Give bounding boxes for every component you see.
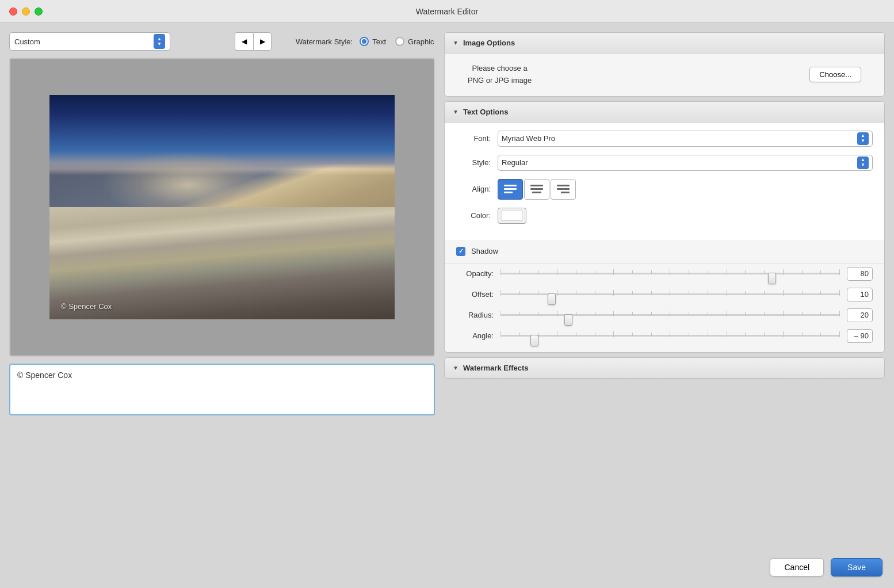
opacity-label: Opacity: bbox=[456, 269, 494, 278]
radius-row: Radius: 20 bbox=[445, 305, 884, 326]
font-row: Font: Myriad Web Pro ▲ ▼ bbox=[456, 131, 873, 147]
text-options-title: Text Options bbox=[463, 108, 508, 116]
watermark-style-group: Text Graphic bbox=[360, 37, 434, 46]
watermark-text-overlay: © Spencer Cox bbox=[61, 302, 112, 311]
close-button[interactable] bbox=[9, 7, 17, 16]
align-row: Align: bbox=[456, 179, 873, 200]
effects-triangle-icon: ▼ bbox=[453, 365, 459, 371]
titlebar: Watermark Editor bbox=[0, 0, 894, 23]
radius-track bbox=[501, 314, 840, 316]
watermark-style-label: Watermark Style: bbox=[296, 37, 353, 46]
font-label: Font: bbox=[456, 134, 491, 143]
preset-dropdown[interactable]: Custom ▲ ▼ bbox=[9, 32, 170, 51]
traffic-lights bbox=[9, 7, 43, 16]
main-content: Custom ▲ ▼ ◀ ▶ Watermark Style: Text bbox=[0, 23, 894, 588]
preview-image: © Spencer Cox bbox=[49, 95, 395, 319]
shadow-checkbox[interactable] bbox=[456, 247, 465, 256]
opacity-value: 80 bbox=[847, 267, 873, 281]
angle-label: Angle: bbox=[456, 331, 494, 340]
image-options-body: Please choose a PNG or JPG image Choose.… bbox=[445, 54, 884, 96]
align-label: Align: bbox=[456, 185, 491, 193]
text-radio-option[interactable]: Text bbox=[360, 37, 386, 46]
shadow-label: Shadow bbox=[471, 247, 498, 255]
style-label: Style: bbox=[456, 158, 491, 167]
text-options-triangle-icon: ▼ bbox=[453, 109, 459, 115]
style-value: Regular bbox=[502, 158, 528, 167]
align-buttons bbox=[498, 179, 576, 200]
opacity-row: Opacity: 80 bbox=[445, 264, 884, 284]
left-panel: Custom ▲ ▼ ◀ ▶ Watermark Style: Text bbox=[9, 32, 435, 579]
graphic-radio-label: Graphic bbox=[408, 37, 434, 46]
color-inner bbox=[502, 211, 522, 221]
offset-slider-container bbox=[501, 289, 840, 300]
watermark-effects-header[interactable]: ▼ Watermark Effects bbox=[445, 358, 884, 379]
cancel-button[interactable]: Cancel bbox=[770, 558, 824, 576]
align-right-button[interactable] bbox=[551, 179, 576, 200]
color-row: Color: bbox=[456, 208, 873, 224]
choose-button[interactable]: Choose... bbox=[809, 67, 861, 82]
maximize-button[interactable] bbox=[35, 7, 43, 16]
next-arrow-button[interactable]: ▶ bbox=[253, 32, 272, 51]
font-dropdown[interactable]: Myriad Web Pro ▲ ▼ bbox=[498, 131, 873, 147]
prev-arrow-button[interactable]: ◀ bbox=[235, 32, 253, 51]
text-radio-button[interactable] bbox=[360, 37, 369, 46]
text-options-header[interactable]: ▼ Text Options bbox=[445, 102, 884, 123]
image-placeholder-text: Please choose a PNG or JPG image bbox=[468, 63, 532, 87]
align-center-button[interactable] bbox=[524, 179, 549, 200]
angle-track bbox=[501, 335, 840, 337]
image-options-triangle-icon: ▼ bbox=[453, 40, 459, 46]
angle-thumb[interactable] bbox=[530, 335, 538, 346]
image-options-section: ▼ Image Options Please choose a PNG or J… bbox=[444, 32, 885, 97]
offset-label: Offset: bbox=[456, 290, 494, 299]
text-radio-label: Text bbox=[372, 37, 386, 46]
align-left-button[interactable] bbox=[498, 179, 523, 200]
shadow-section: Shadow Opacity: bbox=[445, 240, 884, 352]
opacity-track bbox=[501, 273, 840, 274]
font-arrows: ▲ ▼ bbox=[857, 132, 869, 145]
graphic-radio-button[interactable] bbox=[395, 37, 404, 46]
opacity-thumb[interactable] bbox=[768, 273, 776, 284]
offset-value: 10 bbox=[847, 288, 873, 301]
nav-arrows: ◀ ▶ bbox=[235, 32, 272, 51]
radius-slider-container bbox=[501, 310, 840, 321]
shadow-header: Shadow bbox=[445, 240, 884, 264]
footer: Cancel Save bbox=[770, 558, 882, 576]
preset-value: Custom bbox=[14, 37, 40, 46]
minimize-button[interactable] bbox=[22, 7, 30, 16]
opacity-slider-container bbox=[501, 268, 840, 280]
style-row: Style: Regular ▲ ▼ bbox=[456, 155, 873, 171]
radius-thumb[interactable] bbox=[564, 314, 572, 326]
preview-image-container: © Spencer Cox bbox=[49, 95, 395, 319]
preset-arrows: ▲ ▼ bbox=[154, 34, 165, 49]
text-options-body: Font: Myriad Web Pro ▲ ▼ Style: Regular bbox=[445, 123, 884, 240]
image-options-title: Image Options bbox=[463, 39, 515, 47]
color-label: Color: bbox=[456, 211, 491, 220]
radius-value: 20 bbox=[847, 308, 873, 322]
font-value: Myriad Web Pro bbox=[502, 134, 555, 143]
window-title: Watermark Editor bbox=[416, 7, 478, 16]
angle-value: – 90 bbox=[847, 329, 873, 343]
offset-thumb[interactable] bbox=[548, 293, 556, 305]
right-panel: ▼ Image Options Please choose a PNG or J… bbox=[444, 32, 885, 579]
color-swatch[interactable] bbox=[498, 208, 526, 224]
offset-track bbox=[501, 293, 840, 295]
watermark-effects-title: Watermark Effects bbox=[463, 364, 529, 372]
image-options-header[interactable]: ▼ Image Options bbox=[445, 33, 884, 54]
offset-row: Offset: 10 bbox=[445, 284, 884, 305]
graphic-radio-option[interactable]: Graphic bbox=[395, 37, 434, 46]
angle-row: Angle: – 90 bbox=[445, 326, 884, 346]
text-options-section: ▼ Text Options Font: Myriad Web Pro ▲ ▼ bbox=[444, 101, 885, 353]
text-input-area[interactable]: © Spencer Cox bbox=[9, 364, 435, 415]
save-button[interactable]: Save bbox=[831, 558, 882, 576]
style-arrows: ▲ ▼ bbox=[857, 156, 869, 169]
preview-area: © Spencer Cox bbox=[9, 58, 435, 357]
watermark-text-input[interactable]: © Spencer Cox bbox=[17, 371, 427, 408]
watermark-effects-section: ▼ Watermark Effects bbox=[444, 357, 885, 379]
toolbar: Custom ▲ ▼ ◀ ▶ Watermark Style: Text bbox=[9, 32, 435, 51]
style-dropdown[interactable]: Regular ▲ ▼ bbox=[498, 155, 873, 171]
radius-label: Radius: bbox=[456, 311, 494, 319]
angle-slider-container bbox=[501, 330, 840, 342]
